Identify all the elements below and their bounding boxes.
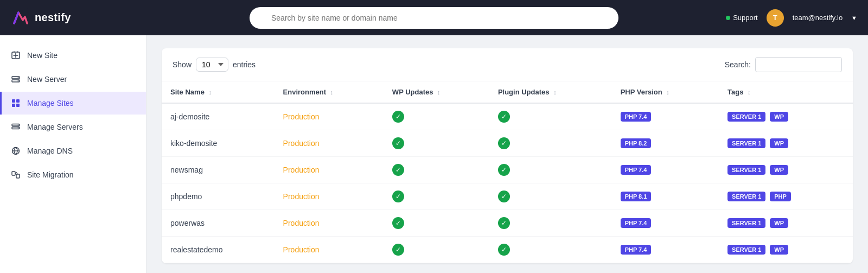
- search-bar-area: 🔍: [157, 7, 711, 29]
- user-avatar: T: [767, 9, 784, 27]
- content-area: Show 10 25 50 100 entries Search:: [146, 35, 868, 273]
- sidebar-item-site-migration[interactable]: Site Migration: [0, 163, 146, 186]
- php-version-badge: PHP 8.2: [621, 138, 652, 148]
- col-wp-updates[interactable]: WP Updates ↕: [384, 81, 489, 103]
- search-container: 🔍: [250, 7, 618, 29]
- table-row[interactable]: phpdemoProduction✓✓PHP 8.1SERVER 1PHP: [162, 183, 853, 210]
- col-environment[interactable]: Environment ↕: [275, 81, 384, 103]
- cell-environment: Production: [275, 210, 384, 237]
- wp-updates-check-icon: ✓: [392, 111, 404, 123]
- svg-point-13: [18, 128, 19, 129]
- environment-value: Production: [283, 166, 320, 174]
- cell-php-version: PHP 8.2: [612, 130, 719, 157]
- cell-php-version: PHP 7.4: [612, 237, 719, 263]
- plugin-updates-check-icon: ✓: [498, 217, 510, 229]
- tag-badge: SERVER 1: [727, 218, 765, 228]
- plugin-updates-check-icon: ✓: [498, 244, 510, 256]
- cell-environment: Production: [275, 183, 384, 210]
- cell-tags: SERVER 1WP: [719, 210, 853, 237]
- col-plugin-updates[interactable]: Plugin Updates ↕: [489, 81, 612, 103]
- table-search-input[interactable]: [755, 57, 842, 72]
- table-row[interactable]: powerwasProduction✓✓PHP 7.4SERVER 1WP: [162, 210, 853, 237]
- site-migration-icon: [11, 170, 21, 180]
- cell-wp-updates: ✓: [384, 103, 489, 130]
- cell-wp-updates: ✓: [384, 183, 489, 210]
- svg-rect-7: [16, 99, 20, 103]
- plugin-updates-check-icon: ✓: [498, 164, 510, 176]
- cell-site-name: powerwas: [162, 210, 275, 237]
- user-avatar-letter: T: [773, 14, 777, 22]
- sidebar-item-new-site[interactable]: New Site: [0, 44, 146, 67]
- tag-badge: WP: [770, 138, 788, 148]
- sort-php-version-icon: ↕: [666, 89, 669, 96]
- svg-rect-16: [16, 174, 20, 178]
- cell-tags: SERVER 1WP: [719, 130, 853, 157]
- sidebar-item-site-migration-label: Site Migration: [27, 170, 74, 179]
- manage-dns-icon: [11, 146, 21, 156]
- tag-badge: PHP: [770, 192, 791, 201]
- col-php-version[interactable]: PHP Version ↕: [612, 81, 719, 103]
- show-entries-control: Show 10 25 50 100 entries: [173, 58, 256, 72]
- table-row[interactable]: kiko-demositeProduction✓✓PHP 8.2SERVER 1…: [162, 130, 853, 157]
- new-site-icon: [11, 50, 21, 60]
- tag-badge: SERVER 1: [727, 165, 765, 175]
- cell-plugin-updates: ✓: [489, 130, 612, 157]
- plugin-updates-check-icon: ✓: [498, 137, 510, 149]
- cell-plugin-updates: ✓: [489, 183, 612, 210]
- nestify-logo-icon: [11, 8, 30, 28]
- tag-badge: WP: [770, 165, 788, 175]
- table-row[interactable]: aj-demositeProduction✓✓PHP 7.4SERVER 1WP: [162, 103, 853, 130]
- table-row[interactable]: realestatedemoProduction✓✓PHP 7.4SERVER …: [162, 237, 853, 263]
- col-tags[interactable]: Tags ↕: [719, 81, 853, 103]
- cell-environment: Production: [275, 157, 384, 183]
- wp-updates-check-icon: ✓: [392, 244, 404, 256]
- sort-site-name-icon: ↕: [209, 89, 212, 96]
- tag-badge: WP: [770, 245, 788, 255]
- wp-updates-check-icon: ✓: [392, 137, 404, 149]
- sort-plugin-updates-icon: ↕: [553, 89, 557, 96]
- sidebar-item-manage-dns[interactable]: Manage DNS: [0, 139, 146, 162]
- sidebar-item-new-site-label: New Site: [27, 51, 58, 60]
- cell-wp-updates: ✓: [384, 130, 489, 157]
- sidebar-item-manage-sites[interactable]: Manage Sites: [0, 92, 146, 115]
- cell-wp-updates: ✓: [384, 157, 489, 183]
- manage-servers-icon: [11, 122, 21, 132]
- svg-rect-9: [16, 104, 20, 107]
- sidebar-item-manage-sites-label: Manage Sites: [27, 99, 74, 107]
- header-right: Support T team@nestify.io ▼: [711, 9, 857, 27]
- support-link[interactable]: Support: [726, 14, 758, 22]
- manage-sites-icon: [11, 98, 21, 108]
- user-name: team@nestify.io: [793, 14, 843, 22]
- php-version-badge: PHP 8.1: [621, 192, 652, 201]
- cell-plugin-updates: ✓: [489, 157, 612, 183]
- wp-updates-check-icon: ✓: [392, 164, 404, 176]
- cell-php-version: PHP 7.4: [612, 103, 719, 130]
- sort-environment-icon: ↕: [330, 89, 334, 96]
- cell-plugin-updates: ✓: [489, 237, 612, 263]
- table-body: aj-demositeProduction✓✓PHP 7.4SERVER 1WP…: [162, 103, 853, 263]
- sidebar-item-new-server[interactable]: New Server: [0, 68, 146, 91]
- table-row[interactable]: newsmagProduction✓✓PHP 7.4SERVER 1WP: [162, 157, 853, 183]
- cell-environment: Production: [275, 237, 384, 263]
- col-site-name[interactable]: Site Name ↕: [162, 81, 275, 103]
- sidebar-item-manage-dns-label: Manage DNS: [27, 147, 73, 155]
- global-search-input[interactable]: [250, 7, 618, 29]
- sidebar-item-manage-servers[interactable]: Manage Servers: [0, 116, 146, 138]
- cell-site-name: aj-demosite: [162, 103, 275, 130]
- table-controls: Show 10 25 50 100 entries Search:: [162, 48, 853, 81]
- entries-select[interactable]: 10 25 50 100: [196, 58, 228, 72]
- cell-php-version: PHP 8.1: [612, 183, 719, 210]
- table-search-area: Search:: [725, 57, 842, 72]
- plugin-updates-check-icon: ✓: [498, 111, 510, 123]
- user-menu-chevron-icon[interactable]: ▼: [851, 15, 857, 21]
- svg-point-5: [18, 80, 19, 81]
- cell-tags: SERVER 1WP: [719, 157, 853, 183]
- svg-rect-6: [12, 99, 15, 103]
- cell-tags: SERVER 1PHP: [719, 183, 853, 210]
- cell-site-name: newsmag: [162, 157, 275, 183]
- sort-wp-updates-icon: ↕: [437, 89, 441, 96]
- support-status-dot: [726, 16, 730, 20]
- php-version-badge: PHP 7.4: [621, 218, 652, 228]
- header: nestify 🔍 Support T team@nestify.io ▼: [0, 0, 868, 35]
- cell-environment: Production: [275, 130, 384, 157]
